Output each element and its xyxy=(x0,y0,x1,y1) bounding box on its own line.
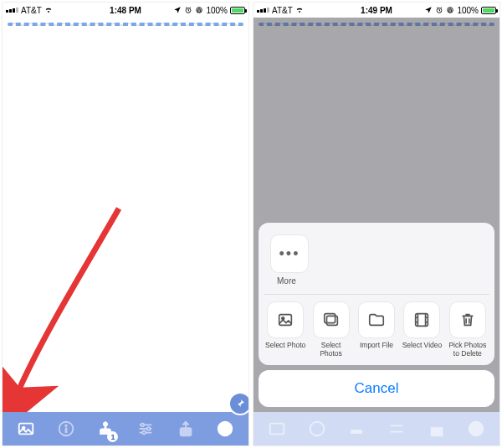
status-bar: AT&T 1:48 PM 100% xyxy=(3,3,248,18)
more-button[interactable]: ••• xyxy=(270,234,309,273)
svg-point-9 xyxy=(147,427,151,430)
select-photo-button[interactable]: Select Photo xyxy=(264,301,307,358)
bottom-toolbar xyxy=(254,412,499,445)
share-button xyxy=(417,412,457,445)
pick-delete-button[interactable]: Pick Photos to Delete xyxy=(446,301,489,358)
photo-icon xyxy=(276,311,295,329)
select-photos-button[interactable]: Select Photos xyxy=(309,301,352,358)
svg-point-22 xyxy=(310,422,324,436)
battery-pct-label: 100% xyxy=(457,6,479,15)
svg-rect-6 xyxy=(65,428,67,432)
svg-point-8 xyxy=(141,424,144,427)
folder-icon xyxy=(367,311,386,329)
svg-point-25 xyxy=(469,422,484,436)
info-button[interactable] xyxy=(46,412,86,445)
help-button xyxy=(456,412,496,445)
sliders-button[interactable] xyxy=(126,412,166,445)
sliders-button xyxy=(376,412,417,445)
stamp-button[interactable]: 1 xyxy=(85,412,126,445)
svg-rect-18 xyxy=(326,316,337,325)
sheet-more-row: ••• More xyxy=(264,231,489,295)
trash-icon xyxy=(458,311,477,329)
more-label: More xyxy=(277,276,296,286)
info-button xyxy=(297,412,337,445)
wifi-icon xyxy=(44,6,53,14)
photos-button xyxy=(257,412,297,445)
battery-icon xyxy=(481,7,496,14)
battery-pct-label: 100% xyxy=(206,6,228,15)
svg-point-5 xyxy=(64,425,67,427)
photos-button[interactable] xyxy=(6,412,46,445)
signal-icon xyxy=(257,8,269,13)
wifi-icon xyxy=(295,6,304,14)
cancel-button[interactable]: Cancel xyxy=(259,370,494,407)
battery-icon xyxy=(230,7,245,14)
svg-rect-19 xyxy=(324,314,335,323)
editor-canvas[interactable]: Welcome to iWatermark+ © 2017 Plum Amazi… xyxy=(8,23,243,26)
rotation-lock-icon xyxy=(446,6,454,14)
location-icon xyxy=(424,6,433,14)
svg-point-10 xyxy=(142,431,146,435)
phone-left: AT&T 1:48 PM 100% Welcome to iWatermark+ xyxy=(2,2,249,446)
carrier-label: AT&T xyxy=(21,6,42,15)
rotation-lock-icon xyxy=(195,6,203,14)
svg-rect-23 xyxy=(351,430,362,434)
stamp-badge: 1 xyxy=(107,431,118,442)
phone-right: AT&T 1:49 PM 100% Welcome to iWatermark+ xyxy=(253,2,500,446)
signal-icon xyxy=(6,8,18,13)
import-file-button[interactable]: Import File xyxy=(355,301,398,358)
svg-rect-11 xyxy=(180,428,191,435)
action-sheet: ••• More Select Photo Select Photos Impo… xyxy=(259,223,494,407)
alarm-icon xyxy=(435,6,443,14)
svg-rect-21 xyxy=(270,424,284,435)
location-icon xyxy=(173,6,182,14)
pin-button[interactable] xyxy=(230,394,249,414)
photos-stack-icon xyxy=(322,311,341,329)
share-button[interactable] xyxy=(166,412,206,445)
help-button[interactable] xyxy=(205,412,245,445)
stamp-button xyxy=(336,412,376,445)
film-icon xyxy=(412,311,431,329)
svg-point-13 xyxy=(224,432,226,434)
select-video-button[interactable]: Select Video xyxy=(400,301,443,358)
annotation-arrow xyxy=(3,18,248,412)
alarm-icon xyxy=(184,6,192,14)
svg-rect-24 xyxy=(431,428,442,435)
carrier-label: AT&T xyxy=(272,6,293,15)
status-bar: AT&T 1:49 PM 100% xyxy=(254,3,499,18)
svg-rect-16 xyxy=(279,315,292,326)
bottom-toolbar: 1 xyxy=(3,412,248,445)
